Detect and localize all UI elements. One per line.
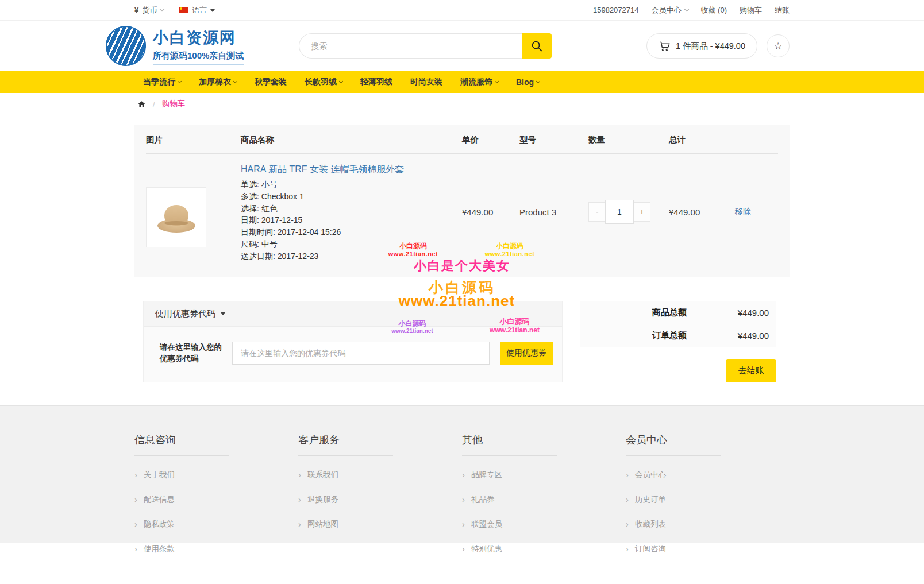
col-header-image: 图片 bbox=[146, 125, 241, 154]
logo-subtitle: 所有源码100%亲自测试 bbox=[153, 51, 244, 65]
search-icon bbox=[530, 40, 543, 52]
line-total: ¥449.00 bbox=[669, 154, 735, 262]
footer-link-wishlist[interactable]: › 收藏列表 bbox=[626, 519, 790, 529]
footer-link-specials[interactable]: › 特别优惠 bbox=[462, 544, 626, 554]
chevron-right-icon: › bbox=[462, 520, 465, 528]
footer-link-returns[interactable]: › 退换服务 bbox=[298, 494, 462, 505]
totals-row-order-total: 订单总额 ¥449.00 bbox=[580, 324, 776, 347]
chevron-right-icon: › bbox=[298, 520, 301, 528]
footer-link-gift-vouchers[interactable]: › 礼品券 bbox=[462, 494, 626, 505]
nav-item-blog[interactable]: Blog bbox=[516, 78, 540, 87]
footer-link-order-history[interactable]: › 历史订单 bbox=[626, 494, 790, 505]
star-icon: ☆ bbox=[773, 40, 782, 52]
footer-heading: 信息咨询 bbox=[134, 433, 298, 447]
nav-item-seasonal[interactable]: 当季流行 bbox=[143, 77, 181, 87]
china-flag-icon bbox=[179, 7, 188, 13]
search-button[interactable] bbox=[522, 33, 552, 59]
site-logo[interactable]: 小白资源网 所有源码100%亲自测试 bbox=[106, 26, 244, 66]
currency-selector[interactable]: ¥ 货币 bbox=[134, 5, 164, 16]
product-option: 单选: 小号 bbox=[241, 179, 462, 191]
footer-link-contact[interactable]: › 联系我们 bbox=[298, 470, 462, 480]
globe-logo-icon bbox=[106, 26, 146, 66]
checkout-button[interactable]: 去结账 bbox=[726, 359, 776, 382]
footer-heading: 其他 bbox=[462, 433, 626, 447]
footer-link-privacy[interactable]: › 隐私政策 bbox=[134, 519, 298, 529]
order-total-value: ¥449.00 bbox=[694, 324, 776, 347]
footer-link-terms[interactable]: › 使用条款 bbox=[134, 544, 298, 554]
unit-price: ¥449.00 bbox=[462, 154, 519, 262]
main-nav: 当季流行 加厚棉衣 秋季套装 长款羽绒 轻薄羽绒 时尚女装 潮流服饰 bbox=[0, 71, 924, 93]
footer-link-about[interactable]: › 关于我们 bbox=[134, 470, 298, 480]
chevron-right-icon: › bbox=[462, 544, 465, 553]
wishlist-link[interactable]: 收藏 (0) bbox=[701, 5, 727, 16]
coupon-panel: 使用优惠券代码 请在这里输入您的优惠券代码 使用优惠券 bbox=[143, 301, 563, 382]
apply-coupon-button[interactable]: 使用优惠券 bbox=[500, 342, 553, 365]
breadcrumb-current[interactable]: 购物车 bbox=[162, 99, 186, 109]
nav-item-light-down[interactable]: 轻薄羽绒 bbox=[360, 77, 392, 87]
language-label: 语言 bbox=[192, 5, 207, 16]
col-header-unit-price: 单价 bbox=[462, 125, 519, 154]
footer-link-sitemap[interactable]: › 网站地图 bbox=[298, 519, 462, 529]
chevron-right-icon: › bbox=[134, 470, 137, 479]
nav-item-long-down[interactable]: 长款羽绒 bbox=[305, 77, 342, 87]
footer-column-extras: 其他 › 品牌专区 › 礼品券 › 联盟会员 › 特别优惠 bbox=[462, 433, 626, 568]
footer-column-customer-service: 客户服务 › 联系我们 › 退换服务 › 网站地图 bbox=[298, 433, 462, 568]
product-option: 尺码: 中号 bbox=[241, 238, 462, 250]
chevron-right-icon: › bbox=[462, 495, 465, 504]
member-center-label: 会员中心 bbox=[652, 5, 682, 16]
chevron-down-icon bbox=[495, 79, 499, 83]
coupon-code-input[interactable] bbox=[232, 342, 490, 365]
col-header-quantity: 数量 bbox=[588, 125, 669, 154]
cart-summary-button[interactable]: 1 件商品 - ¥449.00 bbox=[646, 33, 757, 59]
cart-icon bbox=[659, 40, 671, 52]
nav-item-autumn-sets[interactable]: 秋季套装 bbox=[255, 77, 287, 87]
cart-table: 图片 商品名称 单价 型号 数量 总计 bbox=[146, 125, 778, 262]
chevron-right-icon: › bbox=[462, 470, 465, 479]
currency-symbol: ¥ bbox=[134, 6, 138, 14]
chevron-down-icon bbox=[233, 79, 237, 83]
top-bar: ¥ 货币 语言 15982072714 会员中心 收藏 (0) 购物车 bbox=[0, 0, 924, 21]
order-totals: 商品总额 ¥449.00 订单总额 ¥449.00 去结账 bbox=[580, 301, 776, 382]
product-thumbnail[interactable] bbox=[146, 187, 206, 247]
chevron-right-icon: › bbox=[626, 544, 629, 553]
coupon-header-toggle[interactable]: 使用优惠券代码 bbox=[144, 301, 562, 327]
cart-table-panel: 图片 商品名称 单价 型号 数量 总计 bbox=[134, 125, 790, 277]
cart-summary-text: 1 件商品 - ¥449.00 bbox=[676, 41, 745, 52]
col-header-name: 商品名称 bbox=[241, 125, 462, 154]
col-header-model: 型号 bbox=[519, 125, 588, 154]
col-header-total: 总计 bbox=[669, 125, 735, 154]
cart-link[interactable]: 购物车 bbox=[740, 5, 762, 16]
quantity-decrease-button[interactable]: - bbox=[588, 202, 606, 222]
quantity-increase-button[interactable]: + bbox=[633, 202, 650, 222]
product-option: 日期时间: 2017-12-04 15:26 bbox=[241, 226, 462, 238]
member-center-menu[interactable]: 会员中心 bbox=[652, 5, 688, 16]
product-option: 选择: 红色 bbox=[241, 203, 462, 215]
product-name-link[interactable]: HARA 新品 TRF 女装 连帽毛领棉服外套 bbox=[241, 164, 404, 176]
totals-row-subtotal: 商品总额 ¥449.00 bbox=[580, 301, 776, 324]
quantity-input[interactable] bbox=[605, 200, 634, 224]
chevron-right-icon: › bbox=[626, 495, 629, 504]
main-content: 图片 商品名称 单价 型号 数量 总计 bbox=[134, 115, 790, 382]
cart-row: HARA 新品 TRF 女装 连帽毛领棉服外套 单选: 小号 多选: Check… bbox=[146, 154, 778, 262]
footer-link-newsletter[interactable]: › 订阅咨询 bbox=[626, 544, 790, 554]
footer-column-information: 信息咨询 › 关于我们 › 配送信息 › 隐私政策 › 使用条款 bbox=[134, 433, 298, 568]
wishlist-star-button[interactable]: ☆ bbox=[767, 34, 790, 57]
footer-link-brands[interactable]: › 品牌专区 bbox=[462, 470, 626, 480]
footer-heading: 客户服务 bbox=[298, 433, 462, 447]
checkout-link[interactable]: 结账 bbox=[775, 5, 790, 16]
chevron-right-icon: › bbox=[626, 470, 629, 479]
straw-hat-image bbox=[156, 203, 197, 233]
caret-down-icon bbox=[221, 312, 225, 315]
nav-item-padded-coats[interactable]: 加厚棉衣 bbox=[199, 77, 237, 87]
language-selector[interactable]: 语言 bbox=[179, 5, 215, 16]
nav-item-womens-fashion[interactable]: 时尚女装 bbox=[410, 77, 442, 87]
breadcrumb: / 购物车 bbox=[0, 93, 924, 115]
footer-link-affiliates[interactable]: › 联盟会员 bbox=[462, 519, 626, 529]
footer-link-account[interactable]: › 会员中心 bbox=[626, 470, 790, 480]
search-input[interactable] bbox=[299, 33, 522, 59]
remove-item-link[interactable]: 移除 bbox=[735, 207, 751, 216]
divider bbox=[626, 455, 721, 456]
footer-link-delivery[interactable]: › 配送信息 bbox=[134, 494, 298, 505]
nav-item-trendy-apparel[interactable]: 潮流服饰 bbox=[460, 77, 498, 87]
home-icon[interactable] bbox=[137, 100, 146, 109]
